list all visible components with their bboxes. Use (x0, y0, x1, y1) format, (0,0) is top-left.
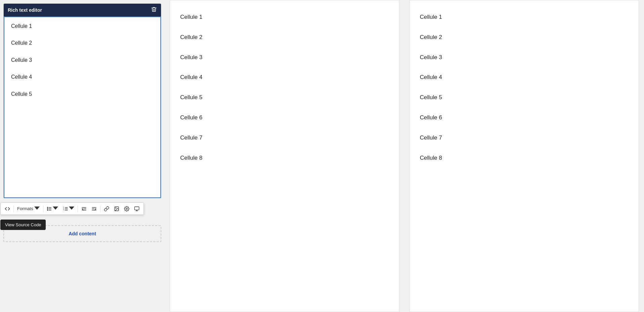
ordered-dropdown-arrow (69, 205, 74, 212)
unordered-list-button[interactable] (45, 204, 60, 213)
formats-label: Formats (17, 206, 33, 211)
svg-point-23 (126, 208, 127, 209)
left-panel: Rich text editor Cellule 1 Cellule 2 Cel… (0, 0, 165, 312)
toolbar-sep-4 (100, 205, 100, 212)
right-panel: Cellule 1 Cellule 2 Cellule 3 Cellule 4 … (409, 0, 639, 312)
indent-decrease-button[interactable] (79, 205, 89, 213)
svg-text:3: 3 (63, 209, 64, 211)
indent-increase-button[interactable] (89, 205, 99, 213)
svg-marker-7 (53, 206, 58, 210)
preview-button[interactable] (132, 205, 142, 213)
editor-header: Rich text editor (4, 4, 161, 16)
tooltip-text: View Source Code (5, 222, 41, 227)
editor-title: Rich text editor (8, 7, 42, 13)
right-cell-3: Cellule 3 (420, 47, 629, 68)
cell-4: Cellule 4 (11, 73, 154, 81)
formats-dropdown-button[interactable]: Formats (15, 204, 42, 213)
source-code-button[interactable] (3, 205, 12, 213)
toolbar-sep-3 (78, 205, 78, 212)
cell-2: Cellule 2 (11, 39, 154, 47)
right-cell-7: Cellule 7 (420, 128, 629, 148)
right-cell-5: Cellule 5 (420, 87, 629, 108)
middle-cell-2: Cellule 2 (180, 27, 389, 47)
middle-cell-1: Cellule 1 (180, 7, 389, 27)
svg-rect-24 (134, 207, 139, 210)
settings-button[interactable] (122, 205, 131, 213)
list-dropdown-arrow (53, 205, 58, 212)
formats-dropdown-icon (34, 205, 40, 212)
svg-point-6 (47, 210, 48, 210)
image-button[interactable] (112, 205, 121, 213)
right-cell-2: Cellule 2 (420, 27, 629, 47)
middle-panel: Cellule 1 Cellule 2 Cellule 3 Cellule 4 … (170, 0, 399, 312)
middle-cell-6: Cellule 6 (180, 108, 389, 128)
middle-cell-5: Cellule 5 (180, 87, 389, 108)
editor-toolbar: Formats (0, 202, 144, 215)
middle-cell-7: Cellule 7 (180, 128, 389, 148)
right-cell-6: Cellule 6 (420, 108, 629, 128)
right-cell-4: Cellule 4 (420, 67, 629, 87)
link-button[interactable] (102, 205, 111, 213)
svg-marker-14 (69, 206, 74, 210)
middle-cell-3: Cellule 3 (180, 47, 389, 68)
cell-3: Cellule 3 (11, 56, 154, 64)
rich-text-editor-widget: Rich text editor Cellule 1 Cellule 2 Cel… (3, 3, 161, 198)
svg-point-4 (47, 207, 48, 208)
cell-5: Cellule 5 (11, 90, 154, 98)
right-cell-1: Cellule 1 (420, 7, 629, 27)
toolbar-sep-1 (13, 205, 14, 212)
trash-icon[interactable] (151, 6, 157, 14)
view-source-tooltip: View Source Code (0, 220, 46, 230)
right-cell-8: Cellule 8 (420, 148, 629, 168)
editor-content[interactable]: Cellule 1 Cellule 2 Cellule 3 Cellule 4 … (4, 16, 161, 198)
middle-cell-8: Cellule 8 (180, 148, 389, 168)
svg-point-5 (47, 208, 48, 209)
svg-point-22 (115, 207, 116, 208)
add-content-label: Add content (69, 231, 96, 236)
ordered-list-button[interactable]: 1 2 3 (61, 204, 76, 213)
cell-1: Cellule 1 (11, 23, 154, 30)
toolbar-sep-2 (43, 205, 43, 212)
svg-marker-0 (34, 206, 40, 210)
middle-cell-4: Cellule 4 (180, 67, 389, 87)
